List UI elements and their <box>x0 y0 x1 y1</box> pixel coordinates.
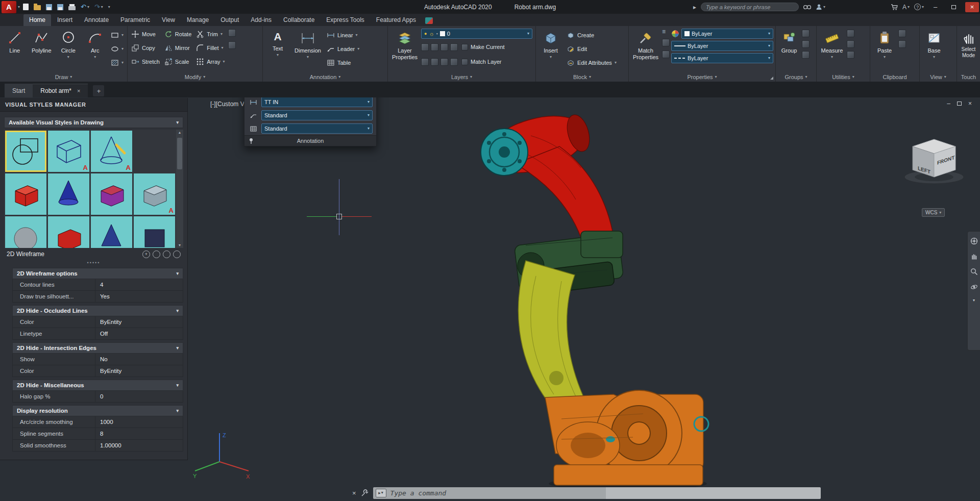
properties-list-icon[interactable]: ≡ <box>662 29 670 35</box>
cut-icon[interactable] <box>898 30 906 37</box>
array-button[interactable]: Array ▾ <box>194 55 226 68</box>
doc-close-icon[interactable]: × <box>968 100 972 107</box>
fillet-button[interactable]: Fillet ▾ <box>194 41 226 55</box>
pan-hand-icon[interactable] <box>970 253 978 260</box>
file-tab-close-icon[interactable]: × <box>77 88 80 94</box>
property-row[interactable]: Draw true silhouett...Yes <box>12 291 183 303</box>
modify-panel-label[interactable]: Modify▾ <box>128 72 262 82</box>
scroll-down-icon[interactable]: ▼ <box>178 243 182 247</box>
tab-output[interactable]: Output <box>215 14 244 26</box>
qat-customize-caret-icon[interactable]: ▾ <box>108 5 110 9</box>
save-as-button[interactable] <box>57 4 63 10</box>
base-view-button[interactable]: Base ▾ <box>922 28 946 69</box>
linetype-combo[interactable]: ByLayer ▾ <box>671 53 773 63</box>
measure-button[interactable]: Measure ▾ <box>819 28 845 69</box>
tab-view[interactable]: View <box>156 14 181 26</box>
stretch-button[interactable]: Stretch <box>130 55 161 68</box>
app-store-cart-icon[interactable] <box>891 4 898 10</box>
line-button[interactable]: Line <box>2 28 28 69</box>
connect-icon[interactable] <box>425 17 433 24</box>
section-occluded-lines[interactable]: 2D Hide - Occluded Lines▾ <box>12 305 183 316</box>
sign-in-user-icon[interactable]: ▾ <box>816 4 825 10</box>
offset-icon[interactable] <box>228 41 236 49</box>
save-button[interactable] <box>46 4 52 10</box>
export-style-icon[interactable] <box>173 251 181 258</box>
create-block-button[interactable]: Create <box>565 29 618 42</box>
groups-panel-label[interactable]: Groups▾ <box>776 72 816 82</box>
properties-dialog-launcher-icon[interactable] <box>770 77 773 80</box>
app-menu-button[interactable]: A <box>2 1 16 13</box>
layer-walk-icon[interactable] <box>450 58 458 66</box>
layer-select-combo[interactable]: ● ☼ ▪ 0 ▾ <box>421 29 532 39</box>
open-file-button[interactable] <box>34 4 41 10</box>
property-row[interactable]: ShowNo <box>12 354 183 365</box>
new-drawing-tab-button[interactable]: + <box>93 85 104 96</box>
redo-button[interactable]: ↷▾ <box>94 4 103 10</box>
orbit-icon[interactable] <box>970 283 978 291</box>
draw-panel-label[interactable]: Draw▾ <box>0 72 127 82</box>
group-edit-icon[interactable] <box>802 40 810 48</box>
layer-isolate-icon[interactable] <box>431 43 438 51</box>
tab-express-tools[interactable]: Express Tools <box>321 14 370 26</box>
layer-properties-button[interactable]: Layer Properties <box>390 28 420 69</box>
autodesk-account-button[interactable]: A▾ <box>902 4 910 11</box>
circle-button[interactable]: Circle ▾ <box>56 28 81 69</box>
pin-icon[interactable] <box>249 138 254 144</box>
layer-thaw-all-icon[interactable] <box>431 58 438 66</box>
dimension-style-combo[interactable]: TT IN ▾ <box>261 97 373 107</box>
property-row[interactable]: Spline segments8 <box>12 428 183 440</box>
transparency-icon[interactable] <box>662 39 670 46</box>
palette-title[interactable]: VISUAL STYLES MANAGER <box>0 98 187 112</box>
wcs-selector[interactable]: WCS ▾ <box>922 208 945 217</box>
lineweight-combo[interactable]: ByLayer ▾ <box>671 41 773 51</box>
property-row[interactable]: ColorByEntity <box>12 365 183 377</box>
rotate-button[interactable]: Rotate <box>163 28 193 41</box>
binoculars-search-icon[interactable] <box>803 4 811 10</box>
section-intersection-edges[interactable]: 2D Hide - Intersection Edges▾ <box>12 342 183 354</box>
property-row[interactable]: ColorByEntity <box>12 316 183 328</box>
command-input[interactable] <box>390 489 818 497</box>
view-panel-label[interactable]: View▾ <box>920 72 957 82</box>
style-thumb-hidden[interactable] <box>91 173 132 215</box>
tab-collaborate[interactable]: Collaborate <box>278 14 320 26</box>
command-customize-wrench-icon[interactable] <box>361 489 369 497</box>
undo-button[interactable]: ↶▾ <box>81 4 89 10</box>
make-current-button[interactable]: Make Current <box>460 40 506 54</box>
style-thumb-realistic[interactable] <box>5 173 46 215</box>
annotation-panel-label[interactable]: Annotation▾ <box>263 72 387 82</box>
property-row[interactable]: Contour lines4 <box>12 279 183 291</box>
id-point-icon[interactable] <box>847 40 854 48</box>
copy-button[interactable]: Copy <box>130 41 161 55</box>
full-navigation-wheel-icon[interactable] <box>970 237 978 245</box>
table-style-combo[interactable]: Standard ▾ <box>261 123 373 134</box>
layers-panel-label[interactable]: Layers▾ <box>388 72 535 82</box>
create-style-icon[interactable]: + <box>142 251 150 258</box>
style-thumb-other[interactable] <box>134 216 175 248</box>
layer-lock-tool-icon[interactable] <box>450 43 458 51</box>
help-search-input[interactable] <box>701 3 799 11</box>
file-tab-robot-arm[interactable]: Robot arm* × <box>33 84 88 97</box>
scrollbar-thumb[interactable] <box>177 138 182 169</box>
navbar-more-caret-icon[interactable]: ▾ <box>973 298 975 303</box>
layer-unlock-icon[interactable] <box>440 58 448 66</box>
arc-button[interactable]: Arc ▾ <box>83 28 108 69</box>
style-thumb-sketchy[interactable]: A <box>91 131 132 172</box>
style-thumb-conceptual[interactable] <box>48 173 89 215</box>
annotation-flyout-title[interactable]: Annotation <box>244 135 376 146</box>
trim-button[interactable]: Trim ▾ <box>194 28 226 41</box>
leader-button[interactable]: Leader ▾ <box>325 42 361 56</box>
tab-parametric[interactable]: Parametric <box>115 14 156 26</box>
layer-unisolate-icon[interactable] <box>421 58 429 66</box>
erase-icon[interactable] <box>228 29 236 37</box>
style-thumb-shaded[interactable]: A <box>134 173 175 215</box>
tab-annotate[interactable]: Annotate <box>79 14 114 26</box>
scroll-up-icon[interactable]: ▲ <box>178 131 182 134</box>
robot-arm-model[interactable] <box>459 113 725 490</box>
rectangle-button[interactable]: ▾ <box>109 29 125 42</box>
style-thumb-xray[interactable] <box>91 216 132 248</box>
group-button[interactable]: Group <box>778 28 800 69</box>
tab-featured-apps[interactable]: Featured Apps <box>371 14 422 26</box>
style-thumb-2d-wireframe[interactable] <box>5 131 46 172</box>
utilities-panel-label[interactable]: Utilities▾ <box>817 72 870 82</box>
new-file-button[interactable] <box>23 4 29 10</box>
